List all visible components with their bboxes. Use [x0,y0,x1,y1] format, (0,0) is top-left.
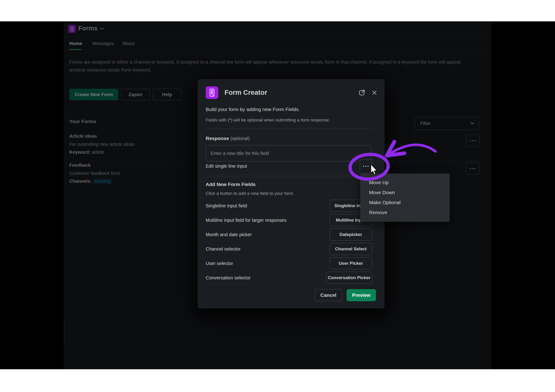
modal-footer: Cancel Preview [197,284,385,308]
field-row-label: User selector [206,257,233,269]
modal-title: Form Creator [225,88,267,97]
add-fields-hint: Click a button to add a new field to you… [206,191,294,196]
app-window: Forms Home Messages About Forms are assi… [0,21,555,369]
screenshot-root: Forms Home Messages About Forms are assi… [0,0,555,392]
add-fields-heading: Add New Form Fields [206,181,256,187]
add-datepicker-button[interactable]: Datepicker [329,228,372,241]
response-field-label: Response (optional) [206,135,250,142]
top-white-bar [0,0,555,21]
add-user-picker-button[interactable]: User Picker [329,257,372,269]
form-creator-modal: Form Creator Build your form by adding n… [197,79,385,308]
field-row-label: Multiline input field for larger respons… [206,214,286,226]
external-link-icon [358,89,366,97]
add-channel-select-button[interactable]: Channel Select [329,243,372,255]
close-button[interactable] [370,88,379,97]
close-icon [371,89,378,96]
divider [206,177,372,177]
field-row-label: Month and date picker [206,228,252,241]
menu-item-make-optional[interactable]: Make Optional [360,197,450,207]
divider [206,128,372,128]
field-row-label: Conversation selector [206,272,250,284]
field-row-label: Singleline input field [206,200,247,212]
field-row-label: Channel selector [206,243,241,255]
menu-item-move-up[interactable]: Move Up [360,178,450,187]
divider [206,175,372,175]
open-external-button[interactable] [358,88,366,97]
modal-note: Fields with (*) will be optional when su… [206,117,330,123]
field-overflow-button[interactable]: ··· [360,160,372,173]
add-conversation-picker-button[interactable]: Conversation Picker [326,272,372,284]
field-title-input[interactable] [206,145,372,161]
bottom-white-bar [0,369,555,392]
menu-item-remove[interactable]: Remove [360,207,450,217]
cancel-button[interactable]: Cancel [315,289,342,301]
menu-item-move-down[interactable]: Move Down [360,187,450,197]
response-label: Response [206,136,229,141]
response-optional-label: (optional) [230,136,250,141]
forms-app-logo-icon [206,86,218,99]
field-context-menu: Move Up Move Down Make Optional Remove [360,173,450,222]
modal-intro: Build your form by adding new Form Field… [206,106,300,112]
edit-field-label: Edit single line input [206,163,247,169]
preview-button[interactable]: Preview [347,289,376,301]
